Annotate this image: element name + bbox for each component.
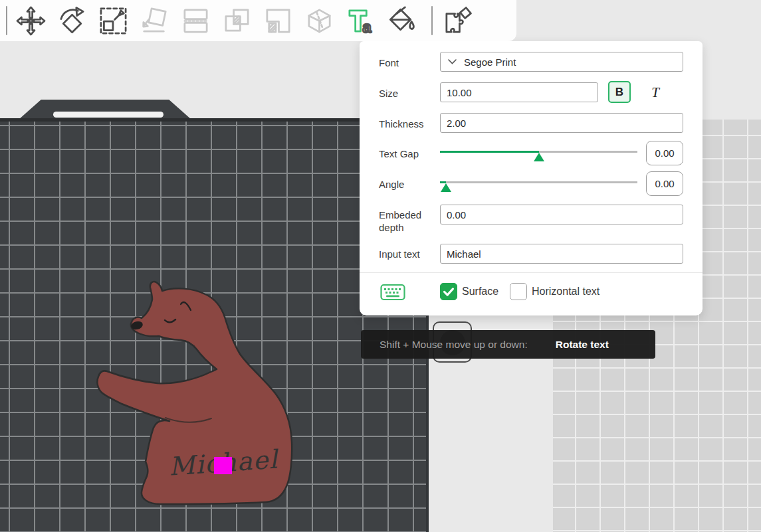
check-icon (441, 284, 457, 300)
embedded-depth-label: Embeded depth (379, 209, 436, 234)
svg-text:a: a (362, 19, 372, 36)
split-to-objects-tool-button[interactable] (175, 3, 216, 38)
tooltip-hint-text: Shift + Mouse move up or down: (380, 339, 528, 351)
text-gap-slider[interactable] (440, 142, 637, 163)
slider-thumb[interactable] (441, 183, 451, 192)
chevron-down-icon (448, 59, 457, 64)
panel-divider (360, 272, 703, 273)
size-input[interactable] (440, 82, 598, 102)
text-cursor-marker[interactable] (214, 457, 232, 474)
font-label: Font (379, 57, 399, 68)
surface-checkbox[interactable] (440, 283, 457, 300)
embedded-depth-input[interactable] (440, 205, 683, 224)
scale-tool-button[interactable] (92, 3, 134, 38)
text-gap-value[interactable]: 0.00 (646, 141, 683, 165)
toolbar-divider (431, 6, 433, 35)
size-label: Size (379, 88, 398, 99)
horizontal-text-checkbox[interactable] (510, 283, 527, 300)
move-tool-button[interactable] (10, 3, 51, 38)
mesh-boolean-icon (263, 5, 294, 37)
lay-on-face-icon (139, 5, 170, 37)
build-plate-tab-slot (53, 112, 163, 118)
mesh-boolean-tool-button[interactable] (257, 3, 298, 38)
thickness-input[interactable] (440, 113, 683, 133)
application-window: Michael (0, 0, 761, 532)
split-to-objects-icon (180, 5, 211, 37)
bold-button[interactable]: B (608, 81, 631, 103)
rotate-hint-tooltip: Shift + Mouse move up or down: Rotate te… (361, 330, 655, 359)
font-value: Segoe Print (464, 56, 516, 68)
input-text-input[interactable] (440, 244, 683, 264)
slider-thumb[interactable] (534, 153, 544, 161)
horizontal-text-label: Horizontal text (532, 286, 599, 298)
color-paint-icon (386, 5, 417, 37)
assembly-icon (442, 5, 473, 37)
surface-label: Surface (462, 286, 498, 298)
build-plate-tab (19, 100, 191, 120)
text-gap-label: Text Gap (379, 148, 419, 159)
split-to-parts-icon (221, 5, 253, 37)
cut-tool-button[interactable] (298, 3, 340, 38)
rotate-icon (56, 5, 88, 37)
lay-on-face-tool-button[interactable] (134, 3, 175, 38)
italic-button[interactable]: T (645, 82, 665, 102)
color-paint-tool-button[interactable] (381, 3, 422, 38)
text-tool-button[interactable]: a (340, 3, 381, 38)
text-settings-panel: Font Segoe Print Size B T Thickness Text… (360, 41, 703, 315)
move-icon (15, 5, 47, 37)
text-tool-icon: a (345, 5, 376, 37)
font-dropdown[interactable]: Segoe Print (440, 52, 683, 72)
keyboard-icon (380, 283, 405, 302)
object-toolbar: a (0, 0, 516, 41)
slider-fill (440, 151, 539, 153)
angle-label: Angle (379, 179, 404, 190)
split-to-parts-tool-button[interactable] (216, 3, 257, 38)
angle-slider[interactable] (440, 173, 637, 194)
assembly-tool-button[interactable] (437, 3, 478, 38)
slider-track[interactable] (440, 181, 637, 183)
input-text-label: Input text (379, 248, 420, 260)
angle-value[interactable]: 0.00 (646, 171, 683, 196)
toolbar-divider (6, 6, 7, 35)
bear-model[interactable]: Michael (96, 279, 299, 508)
tooltip-action-text: Rotate text (556, 339, 609, 351)
thickness-label: Thickness (379, 118, 424, 130)
cut-icon (304, 5, 335, 37)
rotate-tool-button[interactable] (51, 3, 92, 38)
scale-icon (98, 5, 129, 37)
keyboard-button[interactable] (380, 283, 405, 304)
